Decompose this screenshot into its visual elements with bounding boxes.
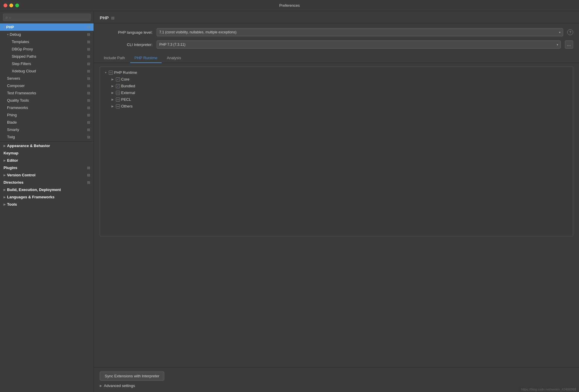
chevron-right-icon: ▶: [4, 159, 6, 162]
tree-checkbox-php-runtime[interactable]: —: [109, 71, 113, 75]
sidebar-item-test-frameworks[interactable]: Test Frameworks ▤: [0, 89, 94, 97]
sidebar-item-label: Version Control: [7, 173, 87, 177]
tree-checkbox-pecl[interactable]: —: [116, 98, 120, 102]
sidebar: ⌕ ▾ PHP ▤ ▾ Debug ▤ Templates ▤ DBGp Pro…: [0, 11, 94, 392]
chevron-down-icon: ▾: [104, 71, 108, 74]
sidebar-item-composer[interactable]: Composer ▤: [0, 82, 94, 89]
settings-icon: ▤: [87, 62, 90, 66]
tree-node-php-runtime[interactable]: ▾ — PHP Runtime: [100, 69, 573, 76]
sidebar-item-label: Test Frameworks: [7, 91, 87, 95]
sidebar-item-appearance-behavior[interactable]: ▶ Appearance & Behavior: [0, 142, 94, 149]
language-level-label: PHP language level:: [100, 30, 153, 35]
sidebar-item-frameworks[interactable]: Frameworks ▤: [0, 104, 94, 111]
search-input[interactable]: [9, 15, 88, 19]
tree-label: Others: [121, 104, 133, 108]
language-level-row: PHP language level: 7.1 (const visibilit…: [100, 28, 573, 36]
sidebar-item-servers[interactable]: Servers ▤: [0, 75, 94, 82]
tree-checkbox-external[interactable]: —: [116, 91, 120, 95]
sidebar-item-build-execution[interactable]: ▶ Build, Execution, Deployment: [0, 186, 94, 193]
sidebar-item-label: DBGp Proxy: [12, 47, 87, 51]
tree-label: External: [121, 91, 135, 95]
url-bar: https://blog.csdn.net/weixin_43488988: [518, 387, 579, 392]
chevron-down-icon: ▾: [557, 43, 558, 46]
sidebar-item-label: Step Filters: [12, 62, 87, 66]
tree-node-core[interactable]: ▶ ✓ Core: [100, 76, 573, 83]
chevron-down-icon: ▾: [559, 31, 561, 34]
sidebar-item-blade[interactable]: Blade ▤: [0, 119, 94, 126]
tree-label: Core: [121, 77, 129, 81]
tree-node-others[interactable]: ▶ — Others: [100, 103, 573, 110]
settings-icon: ▤: [87, 120, 90, 124]
tree-checkbox-bundled[interactable]: ✓: [116, 84, 120, 88]
sidebar-item-dbgp-proxy[interactable]: DBGp Proxy ▤: [0, 45, 94, 53]
sidebar-item-label: Debug: [10, 32, 87, 37]
tab-php-runtime[interactable]: PHP Runtime: [130, 53, 162, 63]
chevron-right-icon: ▶: [111, 91, 115, 94]
cli-interpreter-label: CLI Interpreter:: [100, 42, 153, 47]
settings-icon: ▤: [87, 25, 90, 29]
search-icon: ⌕: [6, 15, 8, 19]
tree-checkbox-others[interactable]: —: [116, 104, 120, 108]
tree-checkbox-core[interactable]: ✓: [116, 77, 120, 81]
search-bar[interactable]: ⌕: [3, 13, 91, 21]
sidebar-item-keymap[interactable]: Keymap: [0, 149, 94, 157]
sidebar-item-quality-tools[interactable]: Quality Tools ▤: [0, 97, 94, 104]
settings-icon: ▤: [87, 166, 90, 170]
cli-interpreter-dropdown[interactable]: PHP 7.3 (7.3.11) ▾: [157, 40, 561, 49]
sidebar-item-version-control[interactable]: ▶ Version Control ▤: [0, 171, 94, 179]
sidebar-item-step-filters[interactable]: Step Filters ▤: [0, 60, 94, 67]
language-level-dropdown[interactable]: 7.1 (const visibility, nullables, multip…: [157, 28, 563, 36]
sync-extensions-button[interactable]: Sync Extensions with Interpreter: [100, 371, 164, 381]
content-panel: PHP ▤ PHP language level: 7.1 (const vis…: [94, 11, 579, 392]
tree-node-external[interactable]: ▶ — External: [100, 89, 573, 96]
sidebar-item-plugins[interactable]: Plugins ▤: [0, 164, 94, 171]
chevron-right-icon: ▶: [111, 78, 115, 81]
close-button[interactable]: [4, 4, 7, 7]
advanced-settings-row[interactable]: ▶ Advanced settings: [100, 384, 573, 388]
settings-icon: ▤: [87, 173, 90, 177]
sidebar-item-languages-frameworks[interactable]: ▶ Languages & Frameworks: [0, 193, 94, 201]
bottom-area: Sync Extensions with Interpreter ▶ Advan…: [94, 367, 579, 392]
help-button[interactable]: ?: [567, 29, 573, 35]
sidebar-item-label: Editor: [7, 158, 90, 163]
minimize-button[interactable]: [9, 4, 13, 7]
sidebar-item-label: Tools: [7, 202, 90, 207]
sidebar-item-label: Frameworks: [7, 105, 87, 110]
chevron-right-icon: ▶: [111, 98, 115, 101]
chevron-down-icon: ▾: [4, 25, 5, 29]
sidebar-item-debug[interactable]: ▾ Debug ▤: [0, 31, 94, 38]
more-button[interactable]: …: [565, 40, 573, 49]
sidebar-item-xdebug-cloud[interactable]: Xdebug Cloud ▤: [0, 67, 94, 75]
maximize-button[interactable]: [15, 4, 19, 7]
page-title: PHP: [100, 15, 109, 20]
tab-analysis[interactable]: Analysis: [163, 53, 185, 63]
content-header: PHP ▤: [94, 11, 579, 23]
tree-area: ▾ — PHP Runtime ▶ ✓ Core ▶ ✓ Bundled: [94, 63, 579, 367]
sidebar-item-editor[interactable]: ▶ Editor: [0, 157, 94, 164]
sidebar-item-php[interactable]: ▾ PHP ▤: [0, 23, 94, 31]
sidebar-item-smarty[interactable]: Smarty ▤: [0, 126, 94, 133]
cli-interpreter-value: PHP 7.3 (7.3.11): [159, 42, 557, 47]
sidebar-item-tools[interactable]: ▶ Tools: [0, 201, 94, 208]
settings-icon: ▤: [87, 47, 90, 51]
chevron-right-icon: ▶: [4, 173, 6, 177]
tab-include-path[interactable]: Include Path: [100, 53, 129, 63]
sidebar-item-label: Keymap: [4, 151, 90, 155]
tree-label: PHP Runtime: [114, 70, 137, 75]
traffic-lights: [4, 4, 19, 7]
tree-node-pecl[interactable]: ▶ — PECL: [100, 96, 573, 103]
tree-node-bundled[interactable]: ▶ ✓ Bundled: [100, 83, 573, 89]
settings-rows: PHP language level: 7.1 (const visibilit…: [94, 23, 579, 53]
chevron-right-icon: ▶: [4, 188, 6, 191]
sidebar-item-twig[interactable]: Twig ▤: [0, 133, 94, 141]
sidebar-item-directories[interactable]: Directories ▤: [0, 179, 94, 186]
sidebar-item-label: Languages & Frameworks: [7, 195, 90, 199]
cli-interpreter-row: CLI Interpreter: PHP 7.3 (7.3.11) ▾ …: [100, 40, 573, 49]
settings-icon: ▤: [87, 98, 90, 102]
settings-icon[interactable]: ▤: [111, 16, 114, 20]
sidebar-item-label: Templates: [12, 40, 87, 44]
sidebar-item-templates[interactable]: Templates ▤: [0, 38, 94, 45]
sidebar-item-skipped-paths[interactable]: Skipped Paths ▤: [0, 53, 94, 60]
settings-icon: ▤: [87, 54, 90, 58]
sidebar-item-phing[interactable]: Phing ▤: [0, 111, 94, 119]
